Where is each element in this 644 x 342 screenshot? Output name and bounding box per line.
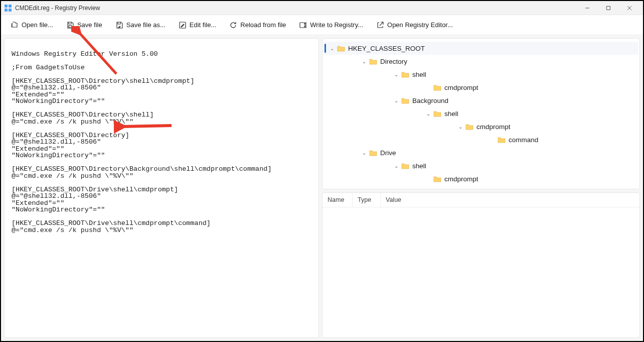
tree-label: cmdprompt xyxy=(476,123,511,131)
maximize-button[interactable] xyxy=(598,1,619,15)
folder-icon xyxy=(401,96,409,104)
folder-icon xyxy=(433,83,441,91)
tree-node-background[interactable]: ⌄ Background xyxy=(364,94,638,107)
folder-icon xyxy=(433,175,441,183)
values-table: Name Type Value xyxy=(322,192,640,338)
open-regedit-label: Open Registry Editor... xyxy=(387,21,453,29)
svg-rect-3 xyxy=(9,9,12,12)
write-registry-button[interactable]: Write to Registry... xyxy=(293,18,369,33)
save-as-icon xyxy=(115,21,123,29)
save-file-as-button[interactable]: Save file as... xyxy=(110,18,171,33)
tree-node-drive-shell[interactable]: ⌄ shell xyxy=(364,159,638,172)
tree-node-shell[interactable]: ⌄ shell xyxy=(364,68,638,81)
folder-icon xyxy=(369,149,377,157)
tree-label: Directory xyxy=(380,58,407,65)
save-icon xyxy=(66,21,74,29)
tree-pane[interactable]: ⌄ HKEY_CLASSES_ROOT ⌄ Directory xyxy=(322,38,640,189)
svg-rect-5 xyxy=(69,26,72,28)
write-registry-icon xyxy=(299,21,307,29)
tree-node-root[interactable]: ⌄ HKEY_CLASSES_ROOT xyxy=(324,42,638,55)
column-header-value[interactable]: Value xyxy=(381,193,639,207)
tree-label: shell xyxy=(444,110,458,118)
save-file-label: Save file xyxy=(77,21,102,29)
titlebar: CMDEdit.reg - Registry Preview xyxy=(1,1,643,15)
folder-icon xyxy=(498,136,506,144)
external-link-icon xyxy=(376,21,384,29)
folder-icon xyxy=(401,70,409,78)
svg-rect-4 xyxy=(607,6,610,10)
edit-file-button[interactable]: Edit file... xyxy=(173,18,222,33)
folder-icon xyxy=(337,44,345,52)
chevron-down-icon[interactable]: ⌄ xyxy=(392,162,400,170)
chevron-down-icon[interactable]: ⌄ xyxy=(360,149,368,157)
tree-node-cmdprompt[interactable]: cmdprompt xyxy=(384,81,638,94)
save-file-button[interactable]: Save file xyxy=(61,18,108,33)
open-file-icon xyxy=(11,21,19,29)
tree-label: cmdprompt xyxy=(444,175,478,183)
chevron-down-icon[interactable]: ⌄ xyxy=(424,109,432,118)
folder-icon xyxy=(465,123,473,131)
window-title: CMDEdit.reg - Registry Preview xyxy=(15,5,100,12)
registry-text-content[interactable]: Windows Registry Editor Version 5.00 ;Fr… xyxy=(12,51,311,234)
reload-icon xyxy=(229,21,237,29)
tree-node-drive[interactable]: ⌄ Drive xyxy=(344,146,638,159)
chevron-down-icon[interactable]: ⌄ xyxy=(392,70,400,78)
tree-label: command xyxy=(509,136,538,144)
open-file-button[interactable]: Open file... xyxy=(5,18,59,33)
tree-label: shell xyxy=(412,71,426,78)
tree-label: HKEY_CLASSES_ROOT xyxy=(348,45,425,52)
tree-node-background-shell[interactable]: ⌄ shell xyxy=(384,107,638,120)
chevron-down-icon[interactable]: ⌄ xyxy=(360,57,368,65)
svg-rect-0 xyxy=(5,5,8,8)
tree-label: shell xyxy=(412,162,426,170)
chevron-down-icon[interactable]: ⌄ xyxy=(328,44,336,52)
edit-file-label: Edit file... xyxy=(190,21,216,29)
open-file-label: Open file... xyxy=(22,21,53,29)
write-registry-label: Write to Registry... xyxy=(310,21,363,29)
tree-label: Drive xyxy=(380,149,396,157)
reload-label: Reload from file xyxy=(240,21,286,29)
chevron-down-icon[interactable]: ⌄ xyxy=(392,96,400,104)
edit-icon xyxy=(179,21,187,29)
svg-rect-7 xyxy=(300,23,305,28)
folder-icon xyxy=(433,109,441,118)
close-button[interactable] xyxy=(619,1,640,15)
column-header-type[interactable]: Type xyxy=(353,193,381,207)
app-icon xyxy=(4,4,12,12)
tree-node-command[interactable]: command xyxy=(424,133,638,146)
folder-icon xyxy=(401,162,409,170)
column-header-name[interactable]: Name xyxy=(323,193,353,207)
tree-node-bg-cmdprompt[interactable]: ⌄ cmdprompt xyxy=(404,120,638,133)
tree-node-directory[interactable]: ⌄ Directory xyxy=(344,55,638,68)
folder-icon xyxy=(369,57,377,65)
open-regedit-button[interactable]: Open Registry Editor... xyxy=(371,18,458,33)
save-file-as-label: Save file as... xyxy=(126,21,166,29)
chevron-down-icon[interactable]: ⌄ xyxy=(456,123,464,131)
svg-rect-2 xyxy=(5,9,8,12)
table-header-row: Name Type Value xyxy=(323,193,639,207)
tree-label: Background xyxy=(412,97,448,104)
toolbar: Open file... Save file Save file as... E… xyxy=(1,15,643,35)
tree-node-drive-cmdprompt[interactable]: cmdprompt xyxy=(384,172,638,185)
minimize-button[interactable] xyxy=(577,1,598,15)
tree-label: cmdprompt xyxy=(444,84,478,91)
main-area: Windows Registry Editor Version 5.00 ;Fr… xyxy=(1,35,643,341)
editor-pane[interactable]: Windows Registry Editor Version 5.00 ;Fr… xyxy=(4,38,319,338)
reload-button[interactable]: Reload from file xyxy=(224,18,291,33)
svg-rect-1 xyxy=(9,5,12,8)
